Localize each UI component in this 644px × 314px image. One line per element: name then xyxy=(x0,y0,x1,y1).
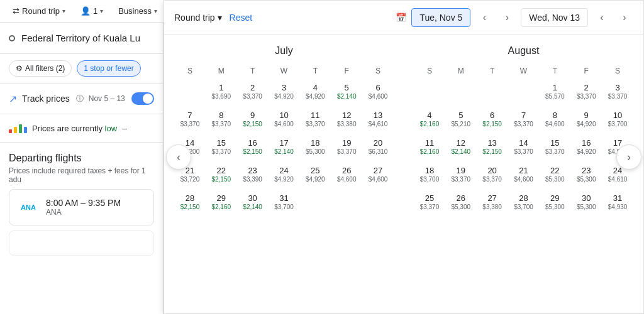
departure-next-button[interactable]: › xyxy=(498,9,516,23)
cal-trip-type[interactable]: Round trip ▾ xyxy=(174,13,222,23)
class-chevron: ▾ xyxy=(154,8,157,14)
class-label: Business xyxy=(118,6,152,16)
trip-type-label: Round trip xyxy=(22,6,60,16)
cal-reset-button[interactable]: Reset xyxy=(230,13,253,23)
cal-trip-type-label: Round trip xyxy=(174,13,215,23)
return-date-box[interactable]: Wed, Nov 13 xyxy=(521,8,588,23)
class-button[interactable]: Business ▾ xyxy=(113,4,162,18)
cal-trip-chevron: ▾ xyxy=(218,13,222,23)
departure-date-label: Tue, Nov 5 xyxy=(419,13,462,23)
person-icon: 👤 xyxy=(80,6,91,16)
calendar-header: Round trip ▾ Reset 📅 Tue, Nov 5 ‹ › Wed,… xyxy=(164,1,643,23)
trip-type-button[interactable]: ⇄ Round trip ▾ xyxy=(8,4,70,18)
return-prev-button[interactable]: ‹ xyxy=(593,9,611,23)
passengers-chevron: ▾ xyxy=(100,8,103,14)
passengers-button[interactable]: 👤 1 ▾ xyxy=(75,4,108,18)
departure-prev-button[interactable]: ‹ xyxy=(475,9,493,23)
calendar-panel: Round trip ▾ Reset 📅 Tue, Nov 5 ‹ › Wed,… xyxy=(164,0,644,23)
passengers-label: 1 xyxy=(93,6,97,16)
departure-date-box[interactable]: Tue, Nov 5 xyxy=(411,8,470,23)
trip-type-chevron: ▾ xyxy=(62,8,65,14)
roundtrip-icon: ⇄ xyxy=(13,6,19,16)
return-date-label: Wed, Nov 13 xyxy=(529,13,580,23)
cal-dates: 📅 Tue, Nov 5 ‹ › Wed, Nov 13 ‹ › xyxy=(396,8,633,23)
return-next-button[interactable]: › xyxy=(616,9,633,23)
calendar-icon: 📅 xyxy=(396,13,406,23)
